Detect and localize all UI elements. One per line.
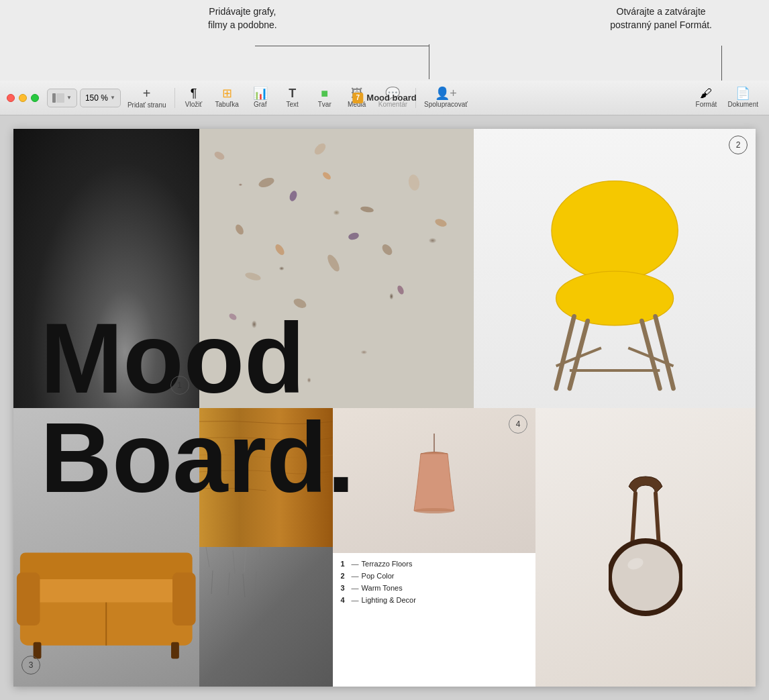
svg-rect-32	[172, 572, 196, 626]
traffic-lights	[7, 94, 39, 102]
page-canvas: Mood Board. 1	[13, 129, 756, 687]
table-label: Tabuľka	[215, 101, 239, 108]
insert-icon: ¶	[191, 87, 197, 99]
svg-point-50	[612, 544, 679, 611]
collaborate-label: Spolupracovať	[424, 101, 468, 108]
minimize-button[interactable]	[19, 94, 27, 102]
insert-button[interactable]: ¶ Vložiť	[179, 83, 209, 113]
document-icon: 📄	[735, 87, 750, 99]
yellow-chair-svg	[502, 158, 727, 393]
svg-point-11	[347, 232, 359, 241]
cell-yellow-chair	[474, 129, 756, 422]
svg-point-16	[433, 217, 447, 228]
svg-point-13	[396, 285, 405, 295]
tooltip-connector-left	[255, 46, 429, 46]
chart-button[interactable]: 📊 Graf	[246, 83, 275, 113]
titlebar: ▼ 150 % ▼ + Pridať stranu ¶ Vložiť ⊞ Tab…	[0, 81, 769, 115]
cell-leather-chair: 1	[13, 129, 199, 408]
chart-label: Graf	[254, 101, 266, 108]
add-page-label: Pridať stranu	[127, 101, 166, 109]
list-item: 2 — Pop Color	[341, 572, 528, 580]
center-column	[199, 408, 333, 687]
terrazzo-image	[199, 129, 474, 408]
document-label: Dokument	[727, 101, 758, 108]
shape-icon: ■	[321, 87, 328, 99]
svg-point-10	[288, 190, 298, 202]
shape-button[interactable]: ■ Tvar	[310, 83, 340, 113]
shape-label: Tvar	[318, 101, 331, 108]
format-icon: 🖌	[700, 87, 712, 99]
svg-point-8	[380, 242, 394, 257]
list-item: 3 — Warm Tones	[341, 584, 528, 592]
cell-fur	[199, 547, 333, 687]
document-button[interactable]: 📄 Dokument	[723, 83, 762, 113]
table-button[interactable]: ⊞ Tabuľka	[211, 83, 243, 113]
svg-point-19	[552, 181, 678, 280]
list-item: 4 — Lighting & Decor	[341, 596, 528, 604]
wood-svg	[199, 408, 333, 548]
cell-lamp-area: 4	[333, 408, 536, 687]
badge-3: 3	[21, 656, 40, 674]
maximize-button[interactable]	[31, 94, 39, 102]
format-button[interactable]: 🖌 Formát	[691, 83, 721, 113]
svg-rect-31	[17, 572, 40, 626]
table-icon: ⊞	[222, 87, 232, 99]
mood-board: Mood Board. 1	[13, 129, 756, 687]
svg-point-14	[321, 170, 332, 181]
app-icon: 7	[352, 93, 363, 103]
sofa-svg	[13, 525, 199, 687]
tooltip-area: Pridávajte grafy, filmy a podobne. Otvár…	[0, 0, 769, 81]
svg-point-7	[292, 297, 307, 309]
bottom-row: 3	[13, 408, 756, 687]
collaborate-button[interactable]: 👤+ Spolupracovať	[420, 83, 472, 113]
svg-rect-35	[171, 642, 179, 659]
sidebar-icon	[52, 93, 64, 103]
tooltip-right: Otvárajte a zatvárajte postranný panel F…	[610, 5, 712, 32]
format-label: Formát	[696, 101, 717, 108]
close-button[interactable]	[7, 94, 15, 102]
zoom-dropdown-arrow: ▼	[110, 95, 115, 101]
cell-wood	[199, 408, 333, 548]
top-row: 1	[13, 129, 756, 408]
tooltip-left: Pridávajte grafy, filmy a podobne.	[208, 5, 277, 32]
svg-point-0	[213, 150, 225, 162]
zoom-value: 150 %	[85, 93, 108, 103]
text-icon: T	[289, 87, 296, 99]
svg-rect-37	[199, 547, 333, 687]
view-button[interactable]: ▼	[47, 89, 77, 107]
collaborate-icon: 👤+	[435, 87, 457, 99]
svg-rect-36	[199, 408, 333, 548]
text-button[interactable]: T Text	[278, 83, 307, 113]
window-title: 7 Mood board	[352, 93, 416, 103]
cell-sofa: 3	[13, 408, 199, 687]
separator-1	[174, 88, 175, 108]
svg-point-2	[312, 142, 327, 157]
bottom-right-area: 4	[333, 408, 756, 687]
main-content: Mood Board. 1	[0, 115, 769, 700]
chart-icon: 📊	[253, 87, 268, 99]
add-page-icon: +	[143, 87, 151, 100]
svg-point-12	[227, 312, 237, 321]
insert-label: Vložiť	[185, 101, 202, 108]
text-label: Text	[287, 101, 299, 108]
svg-point-4	[234, 223, 245, 236]
svg-point-15	[273, 243, 286, 256]
fur-svg	[199, 547, 333, 687]
badge-4: 4	[509, 415, 527, 434]
svg-rect-30	[20, 553, 193, 580]
badge-1: 1	[170, 376, 189, 395]
window-title-text: Mood board	[366, 93, 416, 103]
lamp-svg	[407, 434, 461, 528]
cell-right-column-top: 2	[474, 129, 756, 408]
svg-point-48	[414, 508, 454, 513]
badge-2: 2	[729, 136, 748, 154]
mirror-svg	[609, 473, 682, 621]
tooltip-connector-right	[721, 46, 722, 81]
svg-point-6	[407, 174, 421, 191]
zoom-button[interactable]: 150 % ▼	[80, 89, 121, 107]
cell-lamp	[333, 408, 536, 553]
view-dropdown-arrow: ▼	[66, 95, 72, 101]
svg-point-3	[360, 205, 374, 213]
add-page-button[interactable]: + Pridať stranu	[123, 83, 170, 113]
list-item: 1 — Terrazzo Floors	[341, 560, 528, 568]
